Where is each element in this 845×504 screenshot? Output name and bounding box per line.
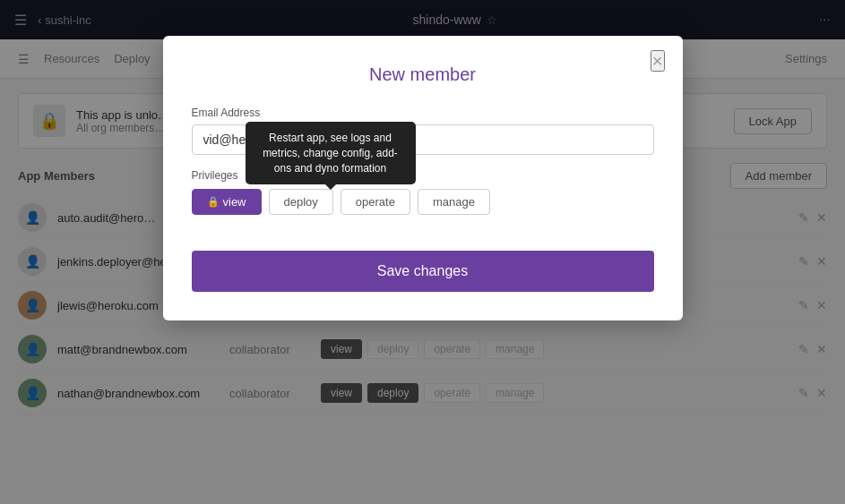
privilege-manage-label: manage [433, 195, 475, 209]
privilege-view-label: view [223, 195, 246, 209]
app-background: ☰ ‹ sushi-inc shindo-www ☆ ··· ☰ Resourc… [0, 0, 845, 504]
privileges-field-group: Privileges 🔒 view deploy operate manage [192, 169, 654, 215]
lock-small-icon: 🔒 [207, 196, 220, 208]
privilege-deploy-button[interactable]: deploy [269, 189, 333, 215]
new-member-modal: × New member Email Address Privileges 🔒 … [163, 36, 683, 320]
privilege-deploy-label: deploy [284, 195, 318, 209]
modal-overlay: × New member Email Address Privileges 🔒 … [0, 0, 845, 504]
modal-close-button[interactable]: × [651, 50, 665, 72]
privilege-view-button[interactable]: 🔒 view [192, 189, 262, 215]
tooltip-text: Restart app, see logs and metrics, chang… [263, 132, 398, 175]
save-changes-button[interactable]: Save changes [192, 251, 654, 292]
modal-title: New member [192, 64, 654, 85]
privilege-operate-label: operate [356, 195, 395, 209]
privilege-manage-button[interactable]: manage [418, 189, 490, 215]
operate-tooltip: Restart app, see logs and metrics, chang… [246, 122, 416, 184]
privileges-row: 🔒 view deploy operate manage Restart ap [192, 189, 654, 215]
email-label: Email Address [192, 107, 654, 119]
privilege-operate-button[interactable]: operate [341, 189, 410, 215]
